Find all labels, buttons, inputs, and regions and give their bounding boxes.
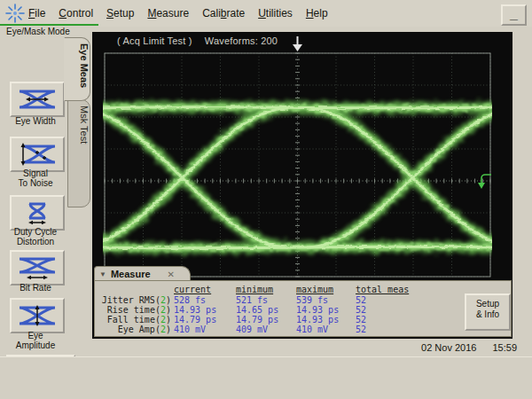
eye-amplitude-label: EyeAmplitude [0, 331, 71, 350]
tab-msk-test[interactable]: Msk Test [67, 99, 90, 207]
cell: 539 fs [296, 295, 328, 305]
bit-rate-label: Bit Rate [0, 283, 71, 293]
cell: 52 [356, 295, 366, 305]
minimize-button[interactable]: _ [501, 4, 527, 26]
signal-to-noise-icon [18, 143, 57, 166]
cell: 14.93 ps [174, 305, 216, 315]
menu-calibrate[interactable]: Calibrate [202, 7, 245, 20]
agilent-logo-icon [4, 3, 26, 24]
eye-amplitude-button[interactable] [10, 298, 65, 333]
bit-rate-icon [18, 256, 57, 279]
time-text: 15:59 [492, 342, 517, 353]
measure-panel-tab[interactable]: ▼ Measure ✕ [94, 266, 191, 281]
cell: 14.93 ps [296, 305, 339, 315]
duty-cycle-distortion-icon [18, 201, 57, 224]
menu-items: File Control Setup Measure Calibrate Uti… [28, 0, 328, 27]
date-text: 02 Nov 2016 [421, 342, 476, 353]
acq-limit-text: ( Acq Limit Test ) [117, 35, 192, 46]
bottom-toolbar: 1 252 µW/div513.5 µW 2 96.2 mV/div-7.2 m… [0, 356, 532, 399]
menu-utilities[interactable]: Utilities [258, 7, 293, 20]
menu-control[interactable]: Control [59, 7, 93, 20]
cell: 521 fs [236, 295, 268, 305]
row-label: Rise time(2) [95, 305, 171, 315]
eye-width-button[interactable] [10, 82, 65, 117]
setup-info-button[interactable]: Setup & Info [465, 293, 511, 331]
duty-cycle-distortion-label: Duty CycleDistortion [0, 227, 71, 246]
col-header-minimum: minimum [236, 285, 273, 294]
minimize-icon: _ [510, 6, 518, 21]
col-header-current: current [174, 285, 211, 294]
cell: 14.79 ps [236, 315, 278, 325]
col-header-maximum: maximum [296, 285, 333, 294]
close-icon[interactable]: ✕ [168, 270, 175, 279]
scope-display: ( Acq Limit Test )Waveforms: 200 ▼ Measu… [92, 32, 512, 339]
eye-width-label: Eye Width [0, 116, 71, 126]
cell: 52 [356, 315, 366, 325]
trigger-marker-icon [293, 36, 302, 51]
row-label: Fall time(2) [95, 315, 171, 325]
menu-file[interactable]: File [28, 7, 45, 20]
tab-eye-meas[interactable]: Eye Meas [64, 37, 90, 101]
cell: 14.93 ps [296, 315, 339, 325]
col-header-total: total meas [356, 285, 409, 294]
menu-bar: File Control Setup Measure Calibrate Uti… [0, 0, 532, 27]
cell: 409 mV [236, 325, 268, 334]
menu-help[interactable]: Help [306, 7, 328, 20]
signal-to-noise-button[interactable] [10, 137, 65, 172]
measure-results-table: current minimum maximum total meas Jitte… [94, 280, 512, 337]
cell: 14.79 ps [174, 315, 216, 325]
row-label: Jitter RMS(2) [95, 295, 171, 305]
eye-width-icon [18, 88, 57, 111]
measure-panel-title: Measure [111, 269, 151, 279]
signal-to-noise-label: SignalTo Noise [0, 168, 71, 188]
menu-setup[interactable]: Setup [106, 7, 134, 20]
cell: 528 fs [174, 295, 206, 305]
mode-label: Eye/Mask Mode [0, 24, 98, 37]
channel-reference-marker-icon [478, 175, 491, 189]
eye-amplitude-icon [18, 304, 57, 327]
cell: 14.65 ps [236, 305, 278, 315]
bit-rate-button[interactable] [10, 250, 65, 286]
eye-waveform [92, 107, 512, 248]
cell: 410 mV [174, 325, 206, 334]
cell: 52 [356, 305, 366, 315]
cell: 410 mV [296, 325, 328, 334]
datetime: 02 Nov 201615:59 [355, 342, 517, 353]
row-label: Eye Amp(2) [95, 325, 171, 334]
menu-measure[interactable]: Measure [147, 7, 189, 20]
collapse-icon[interactable]: ▼ [99, 270, 106, 278]
duty-cycle-distortion-button[interactable] [10, 195, 65, 231]
waveform-count: Waveforms: 200 [205, 35, 278, 46]
acquisition-status: ( Acq Limit Test )Waveforms: 200 [117, 35, 290, 46]
cell: 52 [356, 325, 366, 334]
